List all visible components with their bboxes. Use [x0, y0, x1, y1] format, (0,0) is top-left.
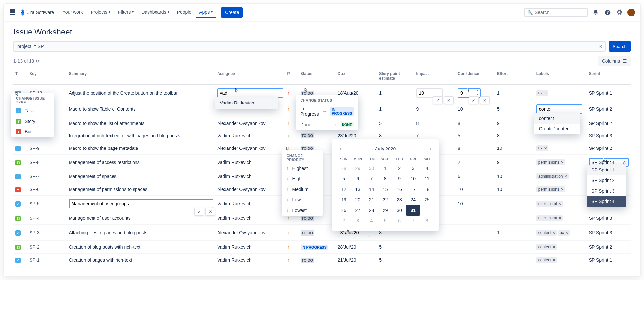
jql-input[interactable]	[17, 44, 595, 49]
header-type[interactable]: T	[13, 69, 28, 85]
remove-label-icon[interactable]: ✕	[558, 216, 561, 220]
header-status[interactable]: Status	[299, 69, 336, 85]
summary-text[interactable]: Management of permissions to spaces	[69, 187, 148, 192]
task-icon[interactable]: ✓	[15, 258, 21, 263]
calendar-day[interactable]: 15	[379, 184, 392, 194]
story-points-text[interactable]: 5	[379, 257, 382, 263]
sprint-text[interactable]: SP Sprint 2	[589, 121, 612, 126]
sprint-option[interactable]: SP Sprint 2	[587, 175, 626, 186]
calendar-day-other[interactable]: 6	[392, 216, 406, 226]
sprint-option[interactable]: SP Sprint 3	[587, 186, 626, 196]
clear-query-icon[interactable]: ×	[599, 44, 602, 50]
calendar-day[interactable]: 3	[406, 163, 420, 173]
step-up-icon[interactable]: ▲	[475, 89, 480, 93]
bug-icon[interactable]: ●	[16, 129, 21, 134]
remove-label-icon[interactable]: ✕	[558, 202, 561, 206]
effort-text[interactable]: 10	[497, 174, 502, 179]
story-points-text[interactable]: 5	[379, 244, 382, 250]
settings-icon[interactable]	[615, 9, 623, 16]
calendar-day[interactable]: 28	[364, 205, 378, 216]
app-switcher-icon[interactable]	[9, 9, 17, 16]
nav-people[interactable]: People	[174, 7, 195, 18]
columns-button[interactable]: Columns ☰	[598, 56, 631, 66]
sprint-text[interactable]: SP Sprint 2	[589, 106, 612, 112]
assignee-text[interactable]: Alexander Ovsyannikov	[217, 230, 265, 235]
calendar-day[interactable]: 4	[420, 163, 434, 173]
header-priority[interactable]: P	[285, 69, 299, 85]
issue-key-link[interactable]: SP-6	[30, 187, 40, 192]
calendar-day[interactable]: 10	[406, 173, 420, 184]
jira-logo[interactable]: Jira Software	[19, 9, 54, 16]
task-icon[interactable]: ✓	[15, 201, 21, 207]
label-tag[interactable]: permissions✕	[536, 186, 565, 192]
user-avatar[interactable]	[627, 9, 635, 16]
assignee-text[interactable]: Vadim Rutkevich	[217, 216, 251, 221]
story-icon[interactable]: ◧	[16, 119, 21, 124]
calendar-day[interactable]: 5	[337, 173, 351, 184]
story-icon[interactable]: ◧	[15, 216, 21, 221]
issue-key-link[interactable]: SP-4	[30, 216, 40, 221]
cancel-button[interactable]: ✕	[444, 96, 454, 104]
create-button[interactable]: Create	[221, 7, 243, 18]
story-points-text[interactable]: 1	[379, 106, 382, 112]
status-lozenge[interactable]: IN PROGRESS	[301, 245, 328, 250]
nav-apps[interactable]: Apps▾	[196, 7, 216, 18]
effort-text[interactable]: 10	[497, 187, 502, 192]
sprint-text[interactable]: SP Sprint 3	[589, 133, 612, 138]
priority-high-icon[interactable]: ↑	[287, 176, 289, 181]
issue-key-link[interactable]: SP-1	[30, 257, 40, 263]
due-date-text[interactable]: 21/Jul/20	[338, 257, 356, 263]
issue-key-link[interactable]: SP-3	[30, 230, 40, 235]
summary-text[interactable]: Adjust the position of the Create button…	[69, 90, 178, 96]
priority-medium-icon[interactable]: ↑	[287, 106, 290, 112]
effort-text[interactable]: 1	[497, 90, 500, 96]
calendar-day-other[interactable]: 1	[420, 205, 434, 216]
due-date-text[interactable]: 28/Jul/20	[338, 244, 356, 250]
assignee-option[interactable]: Vadim Rutkevich	[215, 97, 278, 109]
calendar-day[interactable]: 23	[392, 194, 406, 205]
calendar-day[interactable]: 13	[351, 184, 364, 194]
assignee-text[interactable]: Alexander Ovsyannikov	[217, 121, 265, 126]
remove-label-icon[interactable]: ✕	[552, 258, 555, 262]
calendar-day[interactable]: 6	[351, 173, 364, 184]
priority-medium-icon[interactable]: ↑	[287, 244, 290, 250]
confidence-text[interactable]: 10	[458, 106, 463, 112]
calendar-day[interactable]: 1	[379, 163, 392, 173]
label-tag[interactable]: user-mgmt✕	[536, 215, 563, 221]
calendar-day[interactable]: 18	[420, 184, 434, 194]
calendar-day[interactable]: 17	[406, 184, 420, 194]
summary-text[interactable]: Attaching files to pages and blog posts	[69, 230, 148, 235]
story-icon[interactable]: ◧	[15, 245, 21, 250]
header-due[interactable]: Due	[336, 69, 377, 85]
issue-type-option[interactable]: ●Bug	[11, 126, 54, 137]
nav-projects[interactable]: Projects▾	[87, 7, 114, 18]
impact-text[interactable]: 9	[416, 106, 419, 112]
header-sprint[interactable]: Sprint	[587, 69, 631, 85]
confidence-text[interactable]: 2	[458, 160, 460, 165]
nav-your-work[interactable]: Your work	[59, 7, 86, 18]
calendar-day[interactable]: 30	[392, 205, 406, 216]
header-summary[interactable]: Summary	[67, 69, 216, 85]
story-points-text[interactable]: 8	[379, 230, 382, 235]
nav-dashboards[interactable]: Dashboards▾	[138, 7, 173, 18]
calendar-day[interactable]: 29	[379, 205, 392, 216]
impact-text[interactable]: 8	[416, 121, 419, 126]
bug-icon[interactable]: ●	[15, 187, 21, 192]
task-icon[interactable]: ✓	[15, 230, 21, 236]
story-icon[interactable]: ◧	[15, 160, 21, 165]
assignee-text[interactable]: Vadim Rutkevich	[217, 174, 251, 179]
issue-key-link[interactable]: SP-7	[30, 174, 40, 179]
calendar-day[interactable]: 2	[392, 163, 406, 173]
effort-text[interactable]: 5	[497, 106, 500, 112]
sprint-text[interactable]: SP Sprint 2	[589, 244, 612, 250]
effort-text[interactable]: 1	[497, 230, 500, 235]
summary-text[interactable]: Creation of blog posts with rich-text	[69, 244, 141, 250]
impact-text[interactable]: 7	[416, 133, 419, 138]
summary-text[interactable]: Macro to show the page metadata	[69, 146, 138, 151]
confidence-text[interactable]: 10	[458, 187, 463, 192]
confirm-button[interactable]: ✓	[469, 96, 479, 104]
label-option[interactable]: content	[534, 113, 580, 124]
priority-lowest-icon[interactable]: ↓	[287, 208, 289, 213]
label-tag[interactable]: user-mgmt✕	[536, 201, 563, 207]
calendar-day-other[interactable]: 30	[364, 163, 378, 173]
